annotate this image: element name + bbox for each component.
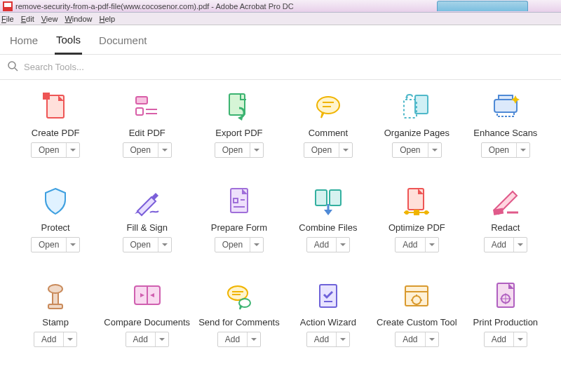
edit-pdf-icon[interactable] (130, 90, 164, 123)
chevron-down-icon[interactable] (514, 338, 527, 341)
tool-send-comments: Send for CommentsAdd (198, 279, 280, 347)
chevron-down-icon[interactable] (248, 338, 260, 341)
button-text: Add (126, 332, 156, 346)
button-text: Add (218, 332, 248, 346)
tool-grid: Create PDFOpenEdit PDFOpenExport PDFOpen… (15, 90, 546, 347)
tool-open-button[interactable]: Open (31, 142, 80, 158)
svg-rect-16 (494, 100, 517, 112)
action-wizard-icon[interactable] (311, 279, 345, 313)
tool-label: Compare Documents (104, 317, 190, 327)
create-pdf-icon[interactable] (39, 90, 72, 123)
tab-document[interactable]: Document (97, 32, 148, 53)
tool-add-button[interactable]: Add (395, 237, 438, 252)
chevron-down-icon[interactable] (514, 243, 527, 246)
prepare-form-icon[interactable] (222, 184, 256, 218)
tool-add-button[interactable]: Add (306, 237, 350, 252)
chevron-down-icon[interactable] (67, 149, 79, 151)
chevron-down-icon[interactable] (337, 243, 349, 246)
organize-pages-icon[interactable] (400, 90, 433, 123)
button-text: Add (396, 332, 425, 346)
svg-rect-23 (316, 190, 327, 205)
chevron-down-icon[interactable] (158, 243, 171, 246)
tab-tools[interactable]: Tools (55, 31, 82, 55)
menu-item-help[interactable]: Help (100, 15, 116, 23)
tool-print-prod: Print ProductionAdd (466, 279, 546, 347)
tool-redact: RedactAdd (466, 184, 546, 252)
tool-add-button[interactable]: Add (306, 332, 350, 347)
tool-stamp: StampAdd (15, 279, 95, 347)
svg-point-10 (317, 97, 339, 114)
background-window-tab[interactable] (437, 1, 528, 11)
tool-open-button[interactable]: Open (31, 237, 80, 252)
tool-label: Organize Pages (384, 128, 450, 138)
menu-item-window[interactable]: Window (65, 15, 92, 23)
tool-add-button[interactable]: Add (217, 332, 261, 347)
chevron-down-icon[interactable] (250, 243, 263, 246)
tool-add-button[interactable]: Add (126, 332, 169, 347)
tool-add-button[interactable]: Add (395, 332, 438, 347)
svg-point-29 (405, 210, 409, 215)
tool-label: Enhance Scans (473, 128, 537, 138)
tool-open-button[interactable]: Open (304, 142, 353, 158)
chevron-down-icon[interactable] (517, 149, 529, 151)
tool-label: Create PDF (32, 128, 80, 138)
tool-label: Comment (309, 128, 348, 138)
chevron-down-icon[interactable] (339, 149, 352, 151)
tool-open-button[interactable]: Open (215, 237, 264, 252)
custom-tool-icon[interactable] (400, 279, 433, 313)
chevron-down-icon[interactable] (426, 243, 438, 246)
menu-item-view[interactable]: View (41, 15, 58, 23)
comment-icon[interactable] (311, 90, 345, 123)
tab-home[interactable]: Home (8, 32, 39, 53)
button-text: Open (393, 143, 428, 157)
tool-label: Redact (491, 222, 520, 233)
enhance-scans-icon[interactable] (489, 90, 522, 123)
button-text: Open (215, 238, 250, 252)
chevron-down-icon[interactable] (426, 338, 438, 341)
tool-open-button[interactable]: Open (392, 142, 441, 158)
svg-rect-4 (136, 97, 147, 104)
search-bar (0, 55, 561, 80)
tool-protect: ProtectOpen (15, 184, 95, 252)
tool-export-pdf: Export PDFOpen (198, 90, 280, 158)
export-pdf-icon[interactable] (222, 90, 256, 123)
chevron-down-icon[interactable] (250, 149, 263, 151)
protect-icon[interactable] (39, 184, 72, 218)
compare-docs-icon[interactable] (130, 279, 164, 313)
tool-add-button[interactable]: Add (34, 332, 77, 347)
tool-label: Send for Comments (198, 317, 280, 327)
tool-add-button[interactable]: Add (484, 332, 527, 347)
tool-grid-scroll[interactable]: Create PDFOpenEdit PDFOpenExport PDFOpen… (0, 80, 561, 392)
search-input[interactable] (24, 62, 554, 72)
chevron-down-icon[interactable] (67, 243, 79, 246)
menubar: FileEditViewWindowHelp (0, 13, 561, 25)
svg-rect-31 (414, 210, 419, 215)
svg-line-1 (15, 68, 18, 71)
tool-label: Optimize PDF (388, 222, 445, 233)
tool-open-button[interactable]: Open (123, 142, 172, 158)
chevron-down-icon[interactable] (156, 338, 168, 341)
button-text: Open (32, 143, 67, 157)
tool-open-button[interactable]: Open (481, 142, 530, 158)
tool-optimize-pdf: Optimize PDFAdd (377, 184, 457, 252)
combine-files-icon[interactable] (311, 184, 345, 218)
tool-comment: CommentOpen (288, 90, 368, 158)
send-comments-icon[interactable] (222, 279, 256, 313)
chevron-down-icon[interactable] (428, 149, 441, 151)
print-prod-icon[interactable] (489, 279, 522, 313)
tool-open-button[interactable]: Open (215, 142, 264, 158)
chevron-down-icon[interactable] (64, 338, 76, 341)
svg-marker-9 (238, 115, 243, 121)
tool-label: Fill & Sign (126, 222, 168, 233)
tool-edit-pdf: Edit PDFOpen (104, 90, 190, 158)
menu-item-edit[interactable]: Edit (21, 15, 34, 23)
optimize-pdf-icon[interactable] (400, 184, 433, 218)
chevron-down-icon[interactable] (337, 338, 349, 341)
chevron-down-icon[interactable] (158, 149, 171, 151)
tool-open-button[interactable]: Open (123, 237, 172, 252)
fill-sign-icon[interactable] (130, 184, 164, 218)
stamp-icon[interactable] (39, 279, 72, 313)
menu-item-file[interactable]: File (1, 15, 14, 23)
redact-icon[interactable] (489, 184, 522, 218)
tool-add-button[interactable]: Add (484, 237, 527, 252)
